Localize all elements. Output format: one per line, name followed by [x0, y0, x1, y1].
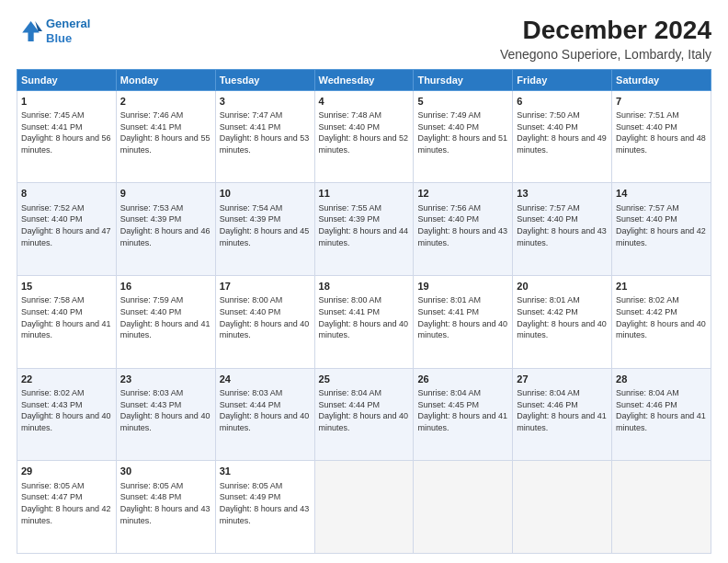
calendar-row: 8 Sunrise: 7:52 AM Sunset: 4:40 PM Dayli…	[17, 183, 711, 276]
table-row: 2 Sunrise: 7:46 AM Sunset: 4:41 PM Dayli…	[116, 90, 215, 183]
daylight-label: Daylight: 8 hours and 41 minutes.	[517, 411, 607, 432]
sunrise-label: Sunrise: 8:04 AM	[517, 388, 580, 397]
table-row: 15 Sunrise: 7:58 AM Sunset: 4:40 PM Dayl…	[17, 276, 117, 369]
sunrise-label: Sunrise: 8:03 AM	[120, 388, 184, 397]
sunset-label: Sunset: 4:43 PM	[120, 400, 182, 409]
sunset-label: Sunset: 4:49 PM	[220, 492, 281, 501]
table-row: 29 Sunrise: 8:05 AM Sunset: 4:47 PM Dayl…	[17, 461, 117, 554]
day-number: 2	[120, 95, 211, 109]
table-row: 16 Sunrise: 7:59 AM Sunset: 4:40 PM Dayl…	[116, 276, 215, 369]
header-row: Sunday Monday Tuesday Wednesday Thursday…	[17, 69, 711, 90]
sunset-label: Sunset: 4:39 PM	[319, 214, 381, 224]
daylight-label: Daylight: 8 hours and 40 minutes.	[517, 319, 607, 340]
day-number: 27	[517, 373, 608, 386]
daylight-label: Daylight: 8 hours and 43 minutes.	[417, 226, 507, 247]
daylight-label: Daylight: 8 hours and 40 minutes.	[319, 411, 409, 432]
day-number: 5	[417, 95, 508, 109]
table-row: 26 Sunrise: 8:04 AM Sunset: 4:45 PM Dayl…	[414, 368, 513, 461]
table-row: 20 Sunrise: 8:01 AM Sunset: 4:42 PM Dayl…	[513, 276, 612, 369]
daylight-label: Daylight: 8 hours and 55 minutes.	[120, 133, 210, 155]
sunrise-label: Sunrise: 8:02 AM	[616, 295, 679, 304]
table-row: 23 Sunrise: 8:03 AM Sunset: 4:43 PM Dayl…	[116, 368, 215, 461]
daylight-label: Daylight: 8 hours and 42 minutes.	[21, 504, 111, 525]
day-number: 23	[120, 373, 211, 386]
table-row: 1 Sunrise: 7:45 AM Sunset: 4:41 PM Dayli…	[17, 90, 117, 183]
sunrise-label: Sunrise: 7:58 AM	[21, 295, 85, 304]
day-number: 11	[319, 187, 410, 201]
sunrise-label: Sunrise: 7:57 AM	[616, 203, 679, 213]
table-row: 30 Sunrise: 8:05 AM Sunset: 4:48 PM Dayl…	[116, 461, 215, 554]
col-monday: Monday	[116, 69, 215, 90]
daylight-label: Daylight: 8 hours and 53 minutes.	[220, 133, 310, 155]
table-row	[414, 461, 513, 554]
calendar-subtitle: Venegono Superiore, Lombardy, Italy	[500, 47, 711, 62]
daylight-label: Daylight: 8 hours and 43 minutes.	[517, 226, 607, 247]
page: General Blue December 2024 Venegono Supe…	[0, 0, 728, 563]
col-tuesday: Tuesday	[215, 69, 314, 90]
daylight-label: Daylight: 8 hours and 52 minutes.	[319, 133, 409, 155]
sunset-label: Sunset: 4:46 PM	[517, 400, 578, 409]
sunrise-label: Sunrise: 7:47 AM	[220, 110, 283, 120]
sunrise-label: Sunrise: 7:51 AM	[616, 110, 679, 120]
daylight-label: Daylight: 8 hours and 45 minutes.	[220, 226, 310, 247]
day-number: 9	[120, 187, 211, 201]
sunrise-label: Sunrise: 7:45 AM	[21, 110, 85, 120]
table-row: 6 Sunrise: 7:50 AM Sunset: 4:40 PM Dayli…	[513, 90, 612, 183]
sunrise-label: Sunrise: 7:46 AM	[120, 110, 184, 120]
col-saturday: Saturday	[612, 69, 711, 90]
calendar-row: 29 Sunrise: 8:05 AM Sunset: 4:47 PM Dayl…	[17, 461, 711, 554]
day-number: 26	[417, 373, 508, 386]
table-row: 9 Sunrise: 7:53 AM Sunset: 4:39 PM Dayli…	[116, 183, 215, 276]
daylight-label: Daylight: 8 hours and 40 minutes.	[220, 319, 310, 340]
daylight-label: Daylight: 8 hours and 41 minutes.	[120, 319, 210, 340]
sunset-label: Sunset: 4:46 PM	[616, 400, 677, 409]
sunrise-label: Sunrise: 8:02 AM	[21, 388, 85, 397]
daylight-label: Daylight: 8 hours and 40 minutes.	[417, 319, 507, 340]
table-row: 14 Sunrise: 7:57 AM Sunset: 4:40 PM Dayl…	[612, 183, 711, 276]
logo: General Blue	[17, 17, 90, 45]
sunset-label: Sunset: 4:44 PM	[319, 400, 381, 409]
sunset-label: Sunset: 4:39 PM	[220, 214, 281, 224]
sunset-label: Sunset: 4:40 PM	[517, 122, 578, 132]
sunset-label: Sunset: 4:39 PM	[120, 214, 182, 224]
day-number: 14	[616, 187, 707, 201]
day-number: 30	[120, 465, 211, 478]
sunrise-label: Sunrise: 8:05 AM	[220, 481, 283, 490]
day-number: 4	[319, 95, 410, 109]
title-block: December 2024 Venegono Superiore, Lombar…	[500, 17, 711, 62]
day-number: 22	[21, 373, 112, 386]
sunset-label: Sunset: 4:45 PM	[417, 400, 479, 409]
table-row: 7 Sunrise: 7:51 AM Sunset: 4:40 PM Dayli…	[612, 90, 711, 183]
sunset-label: Sunset: 4:40 PM	[616, 214, 677, 224]
daylight-label: Daylight: 8 hours and 56 minutes.	[21, 133, 111, 155]
sunset-label: Sunset: 4:40 PM	[220, 307, 281, 316]
sunrise-label: Sunrise: 8:01 AM	[417, 295, 481, 304]
sunset-label: Sunset: 4:40 PM	[517, 214, 578, 224]
table-row: 31 Sunrise: 8:05 AM Sunset: 4:49 PM Dayl…	[215, 461, 314, 554]
calendar-table: Sunday Monday Tuesday Wednesday Thursday…	[17, 69, 711, 554]
sunrise-label: Sunrise: 8:05 AM	[21, 481, 85, 490]
table-row	[513, 461, 612, 554]
sunrise-label: Sunrise: 8:04 AM	[417, 388, 481, 397]
sunset-label: Sunset: 4:40 PM	[21, 307, 83, 316]
daylight-label: Daylight: 8 hours and 42 minutes.	[616, 226, 706, 247]
table-row: 28 Sunrise: 8:04 AM Sunset: 4:46 PM Dayl…	[612, 368, 711, 461]
col-sunday: Sunday	[17, 69, 117, 90]
sunset-label: Sunset: 4:41 PM	[319, 307, 381, 316]
sunrise-label: Sunrise: 8:01 AM	[517, 295, 580, 304]
sunrise-label: Sunrise: 8:04 AM	[616, 388, 679, 397]
daylight-label: Daylight: 8 hours and 43 minutes.	[120, 504, 210, 525]
daylight-label: Daylight: 8 hours and 40 minutes.	[616, 319, 706, 340]
day-number: 8	[21, 187, 112, 201]
daylight-label: Daylight: 8 hours and 40 minutes.	[21, 411, 111, 432]
table-row: 24 Sunrise: 8:03 AM Sunset: 4:44 PM Dayl…	[215, 368, 314, 461]
day-number: 1	[21, 95, 112, 109]
sunrise-label: Sunrise: 8:00 AM	[220, 295, 283, 304]
table-row: 5 Sunrise: 7:49 AM Sunset: 4:40 PM Dayli…	[414, 90, 513, 183]
table-row: 18 Sunrise: 8:00 AM Sunset: 4:41 PM Dayl…	[314, 276, 414, 369]
table-row: 21 Sunrise: 8:02 AM Sunset: 4:42 PM Dayl…	[612, 276, 711, 369]
daylight-label: Daylight: 8 hours and 51 minutes.	[417, 133, 507, 155]
col-friday: Friday	[513, 69, 612, 90]
day-number: 31	[220, 465, 311, 478]
daylight-label: Daylight: 8 hours and 40 minutes.	[220, 411, 310, 432]
